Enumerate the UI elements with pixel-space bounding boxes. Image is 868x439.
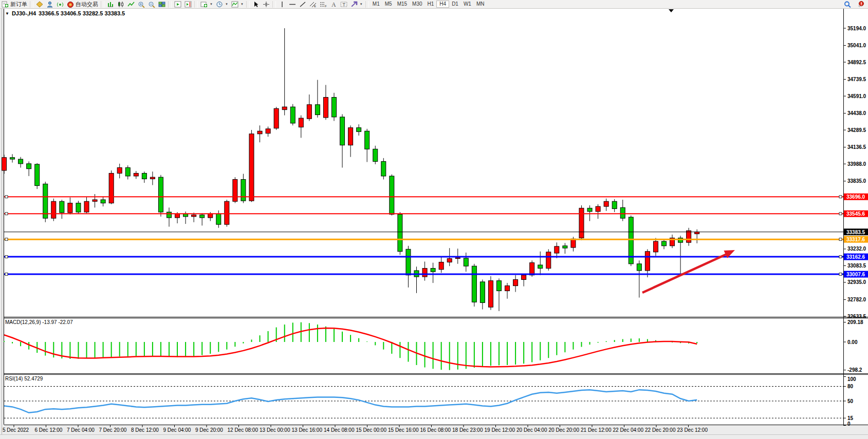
timeframe-button-m5[interactable]: M5 bbox=[382, 1, 395, 8]
fibo-button[interactable]: F bbox=[318, 1, 328, 8]
chevron-down-icon[interactable]: ▼ bbox=[225, 3, 228, 6]
crosshair-button[interactable] bbox=[261, 1, 271, 8]
chart-shift-button[interactable] bbox=[183, 1, 193, 8]
search-icon bbox=[844, 1, 851, 8]
zoom-out-button[interactable] bbox=[146, 1, 157, 8]
time-axis-label: 7 Dec 04:00 bbox=[67, 427, 95, 433]
hline-button[interactable] bbox=[287, 1, 298, 8]
toolbar-separator bbox=[168, 1, 172, 8]
new-chart-button[interactable]: ▼ bbox=[199, 1, 214, 8]
profile-icon bbox=[46, 1, 53, 8]
line-handle[interactable] bbox=[839, 196, 842, 198]
timeframe-button-h4[interactable]: H4 bbox=[436, 1, 449, 8]
new-order-button[interactable]: 新订单 bbox=[0, 1, 29, 8]
candle-body bbox=[241, 179, 246, 201]
macd-axis-label: 209.18 bbox=[847, 319, 863, 325]
trendline-button[interactable] bbox=[298, 1, 308, 8]
candlestick-button[interactable] bbox=[116, 1, 126, 8]
bar-chart-button[interactable] bbox=[105, 1, 116, 8]
label-icon: T bbox=[340, 1, 347, 8]
candle-body bbox=[10, 158, 15, 159]
price-badge-value: 33696.0 bbox=[846, 194, 865, 200]
vline-button[interactable] bbox=[277, 1, 287, 8]
candle-body bbox=[373, 149, 378, 161]
candle-body bbox=[332, 98, 337, 117]
profile-button[interactable] bbox=[45, 1, 55, 8]
price-axis-label: 34136.5 bbox=[847, 144, 866, 150]
cursor-button[interactable] bbox=[251, 1, 261, 8]
time-axis-label: 22 Dec 20:00 bbox=[645, 427, 676, 433]
time-axis-label: 7 Dec 20:00 bbox=[99, 427, 127, 433]
line-handle[interactable] bbox=[5, 213, 8, 215]
timeframe-button-h1[interactable]: H1 bbox=[425, 1, 437, 8]
line-handle[interactable] bbox=[839, 238, 842, 241]
timeframe-button-m30[interactable]: M30 bbox=[410, 1, 424, 8]
favorites-button[interactable] bbox=[34, 1, 45, 8]
template-button[interactable]: ▼ bbox=[230, 1, 245, 8]
bottom-strip bbox=[0, 435, 868, 439]
macd-indicator-label: MACD(12,26,9) -13.97 -22.07 bbox=[5, 319, 73, 325]
vline-icon bbox=[279, 1, 286, 8]
candle-body bbox=[596, 206, 600, 212]
price-axis-label: 32782.0 bbox=[847, 297, 866, 302]
line-handle[interactable] bbox=[839, 273, 842, 276]
rsi-axis-label: 0 bbox=[847, 421, 851, 427]
candle-body bbox=[233, 179, 237, 201]
chevron-down-icon[interactable]: ▼ bbox=[360, 3, 363, 6]
candle-body bbox=[604, 201, 608, 206]
timeframe-button-m1[interactable]: M1 bbox=[370, 1, 382, 8]
candle-body bbox=[447, 259, 452, 262]
timeframe-button-w1[interactable]: W1 bbox=[461, 1, 474, 8]
channel-button[interactable]: E bbox=[308, 1, 318, 8]
notification-icon bbox=[857, 1, 864, 8]
line-handle[interactable] bbox=[5, 238, 8, 241]
candle-body bbox=[208, 214, 213, 218]
time-axis-label: 15 Dec 00:00 bbox=[356, 427, 387, 433]
timeframe-button-mn[interactable]: MN bbox=[474, 1, 487, 8]
candle-body bbox=[571, 239, 576, 247]
chevron-down-icon[interactable]: ▼ bbox=[210, 3, 213, 6]
candle-body bbox=[431, 269, 435, 272]
toolbar-separator bbox=[246, 1, 250, 8]
timeframe-button-d1[interactable]: D1 bbox=[449, 1, 461, 8]
timeframe-button-m15[interactable]: M15 bbox=[395, 1, 410, 8]
line-handle[interactable] bbox=[839, 213, 842, 215]
notification-button[interactable] bbox=[856, 1, 866, 8]
candle-body bbox=[150, 177, 155, 179]
text-button[interactable]: A bbox=[328, 1, 339, 8]
zoom-in-icon bbox=[138, 1, 145, 8]
label-button[interactable]: T bbox=[339, 1, 349, 8]
candle-body bbox=[620, 207, 625, 218]
auto-scroll-button[interactable] bbox=[173, 1, 183, 8]
search-button[interactable] bbox=[842, 1, 853, 8]
autotrade-button[interactable]: 自动交易 bbox=[65, 1, 100, 8]
candle-body bbox=[315, 105, 320, 115]
period-button[interactable]: ▼ bbox=[214, 1, 230, 8]
macd-axis-label: 0.00 bbox=[847, 339, 858, 345]
toolbar-right bbox=[842, 0, 866, 8]
candle-body bbox=[538, 265, 543, 269]
rsi-axis-label: 80 bbox=[847, 384, 854, 389]
candle-body bbox=[398, 214, 402, 251]
candle-body bbox=[530, 263, 534, 275]
chevron-down-icon[interactable]: ▼ bbox=[241, 3, 244, 6]
line-handle[interactable] bbox=[839, 256, 842, 258]
time-axis-label: 19 Dec 12:00 bbox=[485, 427, 515, 433]
line-handle[interactable] bbox=[5, 273, 8, 276]
candle-body bbox=[612, 201, 617, 208]
tile-windows-button[interactable] bbox=[157, 1, 167, 8]
candle-body bbox=[93, 200, 97, 201]
zoom-in-button[interactable] bbox=[136, 1, 146, 8]
signal-button[interactable] bbox=[55, 1, 65, 8]
shapes-button[interactable]: ▼ bbox=[349, 1, 364, 8]
svg-text:A: A bbox=[331, 1, 336, 8]
candle-body bbox=[2, 158, 7, 170]
line-chart-button[interactable] bbox=[126, 1, 136, 8]
chart-canvas: 33696.033545.633383.533317.633162.633007… bbox=[0, 0, 868, 439]
chart-menu-icon[interactable]: ▼ bbox=[5, 11, 9, 16]
line-handle[interactable] bbox=[5, 256, 8, 258]
candle-body bbox=[27, 164, 31, 169]
candle-body bbox=[175, 214, 180, 218]
time-axis-label: 22 Dec 04:00 bbox=[613, 427, 644, 433]
line-handle[interactable] bbox=[5, 196, 8, 198]
